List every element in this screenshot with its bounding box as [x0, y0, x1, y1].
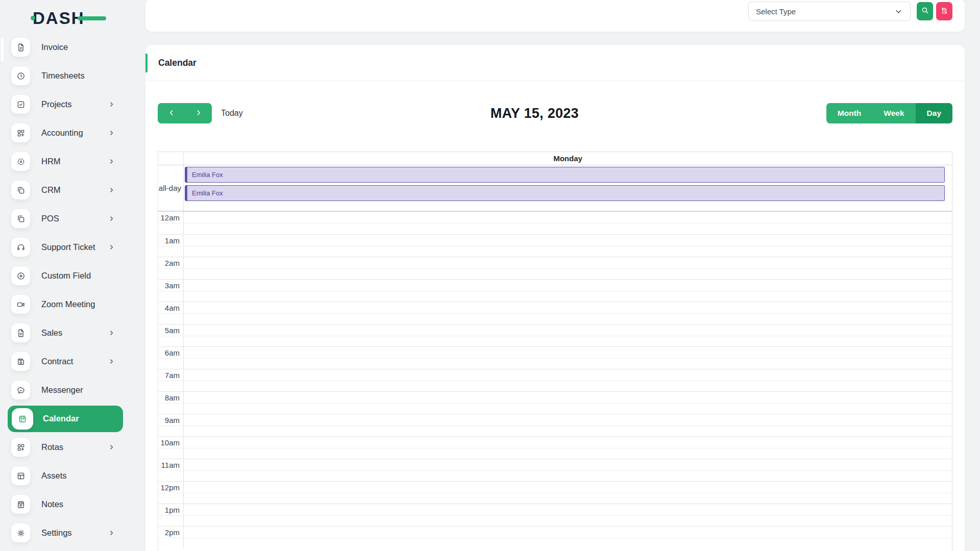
sidebar-item-projects[interactable]: Projects — [8, 95, 123, 114]
chevron-right-icon — [194, 109, 203, 118]
sidebar-item-settings[interactable]: Settings — [8, 523, 123, 542]
chat-bubble-icon — [11, 381, 30, 399]
page-title-row: Calendar — [145, 45, 965, 81]
project-check-icon — [11, 95, 30, 114]
sidebar-item-pos[interactable]: POS — [8, 209, 123, 228]
sidebar-item-label: Invoice — [41, 42, 123, 52]
sidebar-item-label: Accounting — [41, 128, 108, 138]
time-slot[interactable] — [184, 392, 952, 414]
hour-row: 1pm — [158, 504, 952, 526]
chevron-right-icon — [108, 101, 115, 108]
time-slot[interactable] — [184, 369, 952, 391]
sidebar-item-contract[interactable]: Contract — [8, 352, 123, 371]
calendar-view-title: MAY 15, 2023 — [243, 106, 826, 121]
calendar-body: Today MAY 15, 2023 MonthWeekDay Monday a… — [145, 81, 965, 551]
notes-icon — [11, 495, 30, 514]
event-type-select[interactable]: Select Type — [748, 2, 911, 21]
title-accent-bar — [145, 54, 148, 72]
event-title: Emilia Fox — [192, 189, 223, 197]
sidebar-item-messenger[interactable]: Messenger — [8, 381, 123, 399]
view-switcher: MonthWeekDay — [826, 103, 952, 123]
time-slot[interactable] — [184, 437, 952, 459]
sidebar-item-notes[interactable]: Notes — [8, 495, 123, 514]
invoice-file-icon — [11, 38, 30, 57]
clear-filter-button[interactable] — [936, 2, 952, 20]
time-slot[interactable] — [184, 504, 952, 526]
hour-row: 2am — [158, 257, 952, 279]
prev-day-button[interactable] — [158, 103, 185, 123]
sidebar-item-crm[interactable]: CRM — [8, 181, 123, 199]
time-slot[interactable] — [184, 527, 952, 548]
sidebar-item-hrm[interactable]: HRM — [8, 152, 123, 171]
allday-events: Emilia Fox Emilia Fox — [184, 165, 952, 211]
time-slot[interactable] — [184, 212, 952, 234]
sidebar-item-label: Custom Field — [41, 271, 123, 281]
gutter-header-cell — [158, 152, 184, 165]
allday-row: all-day Emilia Fox Emilia Fox — [158, 165, 952, 212]
day-header: Monday — [184, 152, 952, 165]
sidebar-scrollbar-thumb[interactable] — [1, 38, 4, 61]
crm-copy-icon — [11, 181, 30, 199]
sidebar-item-label: Zoom Meeting — [41, 299, 123, 309]
sidebar-item-calendar[interactable]: Calendar — [8, 406, 123, 432]
time-label: 6am — [158, 347, 184, 369]
event-type-select-value: Select Type — [756, 7, 796, 16]
sidebar-item-support-ticket[interactable]: Support Ticket — [8, 238, 123, 257]
time-slot[interactable] — [184, 482, 952, 504]
chevron-right-icon — [108, 530, 115, 536]
sidebar-item-invoice[interactable]: Invoice — [8, 38, 123, 57]
sidebar-item-zoom-meeting[interactable]: Zoom Meeting — [8, 295, 123, 314]
hour-row: 9am — [158, 414, 952, 436]
event-title: Emilia Fox — [192, 171, 223, 179]
hour-row: 4am — [158, 302, 952, 324]
sales-file-icon — [11, 323, 30, 342]
today-button[interactable]: Today — [221, 109, 243, 118]
video-camera-icon — [11, 295, 30, 314]
time-label: 7am — [158, 369, 184, 391]
time-label: 2pm — [158, 527, 184, 548]
plus-circle-icon — [11, 266, 30, 285]
search-button[interactable] — [917, 2, 933, 20]
sidebar-item-sales[interactable]: Sales — [8, 323, 123, 342]
sidebar-item-label: Timesheets — [41, 71, 123, 81]
hour-row: 1am — [158, 234, 952, 257]
search-icon — [921, 6, 929, 16]
time-slot[interactable] — [184, 280, 952, 302]
time-label: 1pm — [158, 504, 184, 526]
timegrid: 12am 1am 2am 3am 4am 5am 6am 7am 8am 9am — [158, 212, 952, 551]
chevron-right-icon — [108, 158, 115, 165]
sidebar-item-timesheets[interactable]: Timesheets — [8, 66, 123, 85]
assets-table-icon — [11, 466, 30, 485]
app-logo: DASH — [33, 8, 85, 29]
sidebar-menu: Invoice Timesheets Projects Accounting H… — [0, 38, 145, 542]
allday-event[interactable]: Emilia Fox — [185, 185, 945, 201]
time-slot[interactable] — [184, 414, 952, 436]
sidebar-item-rotas[interactable]: Rotas — [8, 438, 123, 457]
allday-event[interactable]: Emilia Fox — [185, 167, 945, 183]
calendar-nav-group — [158, 103, 212, 123]
time-label: 4am — [158, 302, 184, 324]
contract-save-icon — [11, 352, 30, 371]
time-slot[interactable] — [184, 347, 952, 369]
headset-icon — [11, 238, 30, 257]
hour-row: 2pm — [158, 526, 952, 548]
sidebar-item-label: Contract — [41, 357, 108, 366]
view-button-week[interactable]: Week — [872, 103, 915, 123]
hrm-target-icon — [11, 152, 30, 171]
chevron-right-icon — [108, 444, 115, 450]
time-slot[interactable] — [184, 257, 952, 279]
time-slot[interactable] — [184, 459, 952, 481]
next-day-button[interactable] — [185, 103, 212, 123]
time-slot[interactable] — [184, 324, 952, 346]
chevron-left-icon — [167, 109, 176, 118]
logo-dot-icon — [31, 16, 35, 20]
time-slot[interactable] — [184, 302, 952, 324]
time-slot[interactable] — [184, 235, 952, 257]
time-label: 5am — [158, 324, 184, 346]
view-button-month[interactable]: Month — [826, 103, 872, 123]
sidebar-item-assets[interactable]: Assets — [8, 466, 123, 485]
sidebar-item-custom-field[interactable]: Custom Field — [8, 266, 123, 285]
sidebar-item-label: CRM — [41, 185, 108, 195]
sidebar-item-accounting[interactable]: Accounting — [8, 123, 123, 142]
view-button-day[interactable]: Day — [916, 103, 952, 123]
